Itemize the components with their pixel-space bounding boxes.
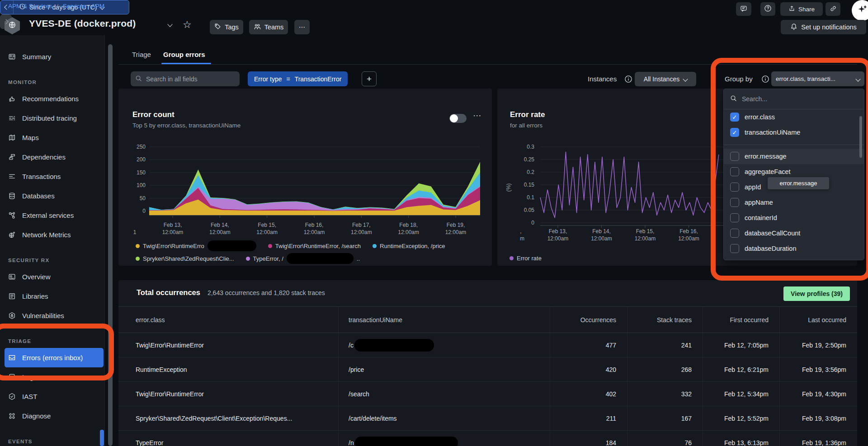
- svg-text:12:00am: 12:00am: [351, 229, 372, 235]
- legend-item[interactable]: TypeError, /..: [246, 253, 360, 264]
- ext-icon: [8, 211, 16, 219]
- feedback-button[interactable]: [736, 2, 751, 16]
- legend-item[interactable]: Twig\Error\RuntimeErro: [136, 240, 256, 251]
- table-row[interactable]: Spryker\Shared\ZedRequest\Client\Excepti…: [118, 406, 857, 431]
- group-by-option-containerid[interactable]: containerId: [724, 210, 864, 225]
- sidebar-item-vulnerabilities[interactable]: Vulnerabilities: [0, 306, 104, 325]
- group-by-dropdown[interactable]: error.class, transacti...: [771, 71, 864, 86]
- legend-item[interactable]: Spryker\Shared\ZedRequest\Clie...: [136, 255, 234, 262]
- table-row[interactable]: Twig\Error\RuntimeError/c477241Feb 12, 7…: [118, 333, 857, 357]
- sidebar-item-transactions[interactable]: Transactions: [0, 167, 104, 186]
- legend-label: Twig\Error\RuntimeErro: [143, 243, 204, 249]
- add-filter-button[interactable]: +: [362, 71, 377, 86]
- option-tooltip: error.message: [768, 177, 829, 189]
- svg-text:12:00am: 12:00am: [547, 235, 569, 242]
- group-by-scrollbar[interactable]: [859, 116, 862, 158]
- share-button[interactable]: Share: [780, 2, 823, 16]
- column-header-occurrences[interactable]: Occurrences: [550, 307, 627, 333]
- sidebar-scrollbar[interactable]: [100, 430, 104, 446]
- teams-button[interactable]: Teams: [249, 20, 288, 34]
- column-header-first-occurred[interactable]: First occurred: [703, 307, 780, 333]
- inbox-icon: [8, 354, 16, 361]
- unchecked-checkbox[interactable]: [730, 213, 739, 222]
- unchecked-checkbox[interactable]: [730, 229, 739, 238]
- favorite-star-icon[interactable]: ☆: [183, 19, 192, 31]
- group-by-option-error-message[interactable]: error.message: [724, 149, 864, 164]
- legend-item[interactable]: Twig\Error\RuntimeError, /search: [268, 243, 361, 249]
- sidebar-item-label: Overview: [22, 273, 51, 281]
- checked-checkbox[interactable]: ✓: [730, 113, 739, 122]
- sidebar-item-label: Transactions: [22, 173, 61, 180]
- sidebar-item-logs[interactable]: Logs: [0, 367, 104, 387]
- sidebar-item-overview[interactable]: Overview: [0, 267, 104, 286]
- setup-notifications-button[interactable]: Set up notifications: [781, 20, 866, 34]
- content-scrollbar[interactable]: [108, 44, 113, 446]
- sidebar-item-summary[interactable]: Summary: [0, 47, 104, 66]
- column-header-error-class[interactable]: error.class: [118, 307, 339, 333]
- checked-checkbox[interactable]: ✓: [730, 128, 739, 137]
- error-type-filter-chip[interactable]: Error type = TransactionError: [248, 71, 348, 86]
- view-profiles-button[interactable]: View profiles (39): [783, 286, 850, 301]
- sidebar-item-diagnose[interactable]: Diagnose: [0, 406, 104, 426]
- chat-icon: [740, 5, 747, 14]
- tags-button[interactable]: Tags: [210, 20, 243, 34]
- error-count-legend-row: Spryker\Shared\ZedRequest\Clie...TypeErr…: [136, 253, 360, 264]
- newrelic-apm-group-errors-screen: APM & Services / Services - APM Share YV…: [0, 0, 868, 446]
- more-actions-button[interactable]: ⋯: [294, 20, 310, 34]
- filter-chip-operator: =: [286, 75, 290, 83]
- svg-text:0.25: 0.25: [524, 156, 535, 163]
- ai-assistant-button[interactable]: [852, 0, 868, 21]
- group-by-option-databaseduration[interactable]: databaseDuration: [724, 241, 864, 256]
- sidebar-item-maps[interactable]: Maps: [0, 128, 104, 147]
- sidebar-item-recommendations[interactable]: Recommendations: [0, 89, 104, 108]
- breadcrumb-services-apm[interactable]: Services - APM: [63, 3, 104, 9]
- group-by-option-transactionuiname[interactable]: ✓transactionUiName: [724, 125, 864, 140]
- svg-text:50: 50: [140, 195, 146, 202]
- unchecked-checkbox[interactable]: [730, 167, 739, 176]
- deps-icon: [8, 153, 16, 161]
- table-row[interactable]: TypeError/n18476Feb 13, 6:13pmFeb 19, 1:…: [118, 431, 857, 446]
- group-by-search[interactable]: [724, 89, 864, 109]
- unchecked-checkbox[interactable]: [730, 183, 739, 192]
- table-row[interactable]: Twig\Error\RuntimeError/search402332Feb …: [118, 382, 857, 406]
- unchecked-checkbox[interactable]: [730, 152, 739, 161]
- sidebar-item-label: Vulnerabilities: [22, 312, 64, 319]
- tab-group-errors[interactable]: Group errors: [163, 51, 205, 58]
- group-by-option-databasecallcount[interactable]: databaseCallCount: [724, 225, 864, 241]
- sidebar-item-network-metrics[interactable]: Network Metrics: [0, 225, 104, 244]
- column-header-transactionuiname[interactable]: transactionUiName: [339, 307, 550, 333]
- unchecked-checkbox[interactable]: [730, 198, 739, 207]
- copy-link-button[interactable]: [826, 2, 840, 16]
- sidebar-section-monitor: MONITOR: [0, 66, 104, 89]
- group-by-option-error-class[interactable]: ✓error.class: [724, 109, 864, 125]
- svg-text:0.05: 0.05: [524, 207, 535, 213]
- sidebar-item-iast[interactable]: IAST: [0, 387, 104, 406]
- instances-info-icon[interactable]: [624, 75, 632, 83]
- column-header-stack-traces[interactable]: Stack traces: [627, 307, 703, 333]
- sidebar-item-label: Distributed tracing: [22, 114, 77, 122]
- column-header-last-occurred[interactable]: Last occurred: [780, 307, 857, 333]
- table-cell: Feb 12, 5:52pm: [703, 406, 780, 430]
- group-by-info-icon[interactable]: [761, 75, 769, 83]
- sidebar-item-external-services[interactable]: External services: [0, 206, 104, 225]
- search-input[interactable]: [131, 71, 240, 86]
- sidebar-item-libraries[interactable]: Libraries: [0, 286, 104, 306]
- group-by-search-input[interactable]: [741, 95, 842, 103]
- sidebar-item-errors-errors-inbox[interactable]: Errors (errors inbox): [5, 348, 104, 367]
- txn-icon: [8, 173, 16, 180]
- sidebar-item-databases[interactable]: Databases: [0, 186, 104, 206]
- group-by-option-appname[interactable]: appName: [724, 195, 864, 210]
- unchecked-checkbox[interactable]: [730, 244, 739, 253]
- breadcrumb-apm-services[interactable]: APM & Services: [8, 3, 52, 9]
- help-button[interactable]: [760, 2, 775, 16]
- service-switcher-caret-icon[interactable]: [167, 22, 172, 27]
- group-by-dropdown-value: error.class, transacti...: [776, 75, 853, 82]
- svg-text:Feb 18,: Feb 18,: [399, 222, 418, 228]
- sidebar-item-dependencies[interactable]: Dependencies: [0, 147, 104, 167]
- instances-dropdown[interactable]: All Instances: [635, 72, 696, 86]
- sidebar-item-distributed-tracing[interactable]: Distributed tracing: [0, 108, 104, 128]
- sidebar-section-triage: TRIAGE: [0, 325, 104, 348]
- tab-triage[interactable]: Triage: [132, 51, 151, 58]
- legend-item[interactable]: RuntimeException, /price: [373, 243, 445, 249]
- table-row[interactable]: RuntimeException/price420268Feb 12, 6:21…: [118, 357, 857, 382]
